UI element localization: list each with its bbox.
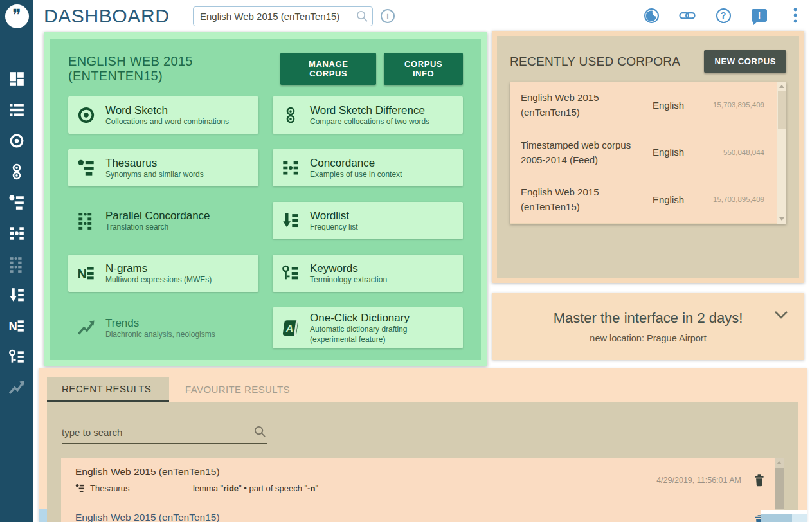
search-icon	[254, 426, 266, 438]
tool-concordance[interactable]: ConcordanceExamples of use in context	[273, 149, 463, 186]
thesaurus-icon	[76, 159, 96, 177]
results-tabbar: RECENT RESULTS FAVOURITE RESULTS	[47, 377, 798, 402]
wordlist-icon	[8, 287, 25, 303]
trends-icon	[76, 319, 96, 337]
scroll-thumb[interactable]	[778, 91, 786, 129]
sidebar-item-thesaurus[interactable]	[8, 194, 25, 211]
svg-text:N: N	[78, 267, 87, 281]
sidebar: ❞ N	[0, 0, 33, 522]
parallel-concordance-icon	[8, 256, 25, 273]
keywords-icon	[280, 264, 301, 282]
scroll-up-icon[interactable]	[779, 85, 784, 88]
header-actions: ? !	[643, 7, 804, 24]
one-click-dictionary-icon: A	[280, 318, 301, 338]
corpora-row[interactable]: Timestamped web corpus 2005-2014 (Feed) …	[510, 129, 786, 177]
new-corpus-button[interactable]: NEW CORPUS	[704, 50, 786, 73]
tool-word-sketch[interactable]: Word SketchCollocations and word combina…	[68, 96, 258, 134]
more-menu-icon[interactable]	[787, 7, 804, 24]
corpus-panel-inner: ENGLISH WEB 2015 (ENTENTEN15) MANAGE COR…	[50, 39, 481, 360]
result-tool-label: Thesaurus	[90, 483, 129, 493]
trash-icon[interactable]	[754, 474, 764, 486]
sidebar-item-parallel-concordance[interactable]	[8, 256, 25, 273]
sidebar-item-trends[interactable]	[8, 379, 25, 396]
corpus-search-input[interactable]	[193, 6, 373, 26]
svg-text:A: A	[285, 323, 294, 334]
word-sketch-difference-icon	[280, 105, 301, 125]
trends-icon	[8, 379, 25, 396]
footer-peek-left	[39, 509, 47, 522]
chevron-down-icon[interactable]	[774, 310, 788, 319]
thesaurus-icon	[75, 483, 85, 493]
sidebar-item-word-sketch-difference[interactable]	[8, 163, 25, 180]
ngrams-icon: N	[8, 318, 25, 334]
result-query: lemma "ride" • part of speech "-n"	[193, 483, 318, 493]
usage-quota-icon[interactable]	[643, 7, 660, 24]
results-search	[62, 424, 267, 444]
corpus-panel: ENGLISH WEB 2015 (ENTENTEN15) MANAGE COR…	[44, 32, 487, 366]
sidebar-item-ngrams[interactable]: N	[8, 318, 25, 334]
sidebar-item-keywords[interactable]	[8, 348, 25, 365]
results-panel: RECENT RESULTS FAVOURITE RESULTS English…	[39, 368, 807, 522]
sidebar-item-dashboard[interactable]	[8, 71, 25, 87]
promo-title: Master the interface in 2 days!	[554, 310, 743, 327]
sidebar-item-corpora[interactable]	[8, 102, 25, 118]
promo-banner[interactable]: Master the interface in 2 days! new loca…	[492, 292, 804, 360]
result-row[interactable]: English Web 2015 (enTenTen15) Thesaurus …	[61, 458, 775, 503]
feedback-icon[interactable]: !	[751, 7, 768, 24]
manage-corpus-button[interactable]: MANAGE CORPUS	[280, 53, 376, 85]
corpora-list: English Web 2015 (enTenTen15) English 15…	[510, 82, 786, 224]
tab-recent-results[interactable]: RECENT RESULTS	[47, 377, 169, 402]
corpus-panel-title: ENGLISH WEB 2015 (ENTENTEN15)	[68, 54, 280, 84]
tool-parallel-concordance[interactable]: Parallel ConcordanceTranslation search	[68, 202, 258, 239]
tool-keywords[interactable]: KeywordsTerminology extraction	[273, 255, 463, 292]
word-sketch-icon	[8, 132, 25, 149]
recent-corpora-title: RECENTLY USED CORPORA	[510, 55, 680, 69]
footer-peek-right	[761, 514, 792, 522]
word-sketch-difference-icon	[8, 163, 25, 180]
results-list: English Web 2015 (enTenTen15) Thesaurus …	[61, 458, 784, 522]
concordance-icon	[8, 225, 25, 242]
sketch-engine-logo[interactable]: ❞	[5, 4, 29, 28]
info-icon[interactable]: i	[381, 9, 395, 23]
result-row[interactable]: English Web 2015 (enTenTen15)	[61, 503, 775, 522]
scroll-thumb[interactable]	[775, 468, 784, 509]
wordlist-icon	[280, 212, 301, 230]
recent-corpora-panel: RECENTLY USED CORPORA NEW CORPUS English…	[492, 31, 804, 283]
scroll-up-icon[interactable]	[777, 461, 782, 464]
tool-wordlist[interactable]: WordlistFrequency list	[273, 202, 463, 239]
tool-thesaurus[interactable]: ThesaurusSynonyms and similar words	[68, 149, 258, 186]
tool-one-click-dictionary[interactable]: A One-Click Dictionary Automatic diction…	[273, 307, 463, 348]
word-sketch-icon	[76, 105, 96, 125]
scroll-down-icon[interactable]	[779, 217, 784, 221]
thesaurus-icon	[8, 194, 25, 211]
corpora-list-icon	[8, 102, 25, 118]
tab-favourite-results[interactable]: FAVOURITE RESULTS	[169, 377, 290, 402]
corpora-row[interactable]: English Web 2015 (enTenTen15) English 15…	[510, 176, 786, 224]
sidebar-item-word-sketch[interactable]	[8, 132, 25, 149]
link-icon[interactable]	[679, 7, 696, 24]
page-title: DASHBOARD	[44, 5, 169, 27]
sidebar-item-wordlist[interactable]	[8, 287, 25, 303]
footer-peek-right-2	[792, 514, 807, 522]
corpora-row[interactable]: English Web 2015 (enTenTen15) English 15…	[510, 82, 786, 129]
corpus-info-button[interactable]: CORPUS INFO	[384, 53, 463, 85]
results-search-input[interactable]	[62, 424, 267, 444]
sidebar-item-concordance[interactable]	[8, 225, 25, 242]
promo-subtitle: new location: Prague Airport	[590, 333, 706, 343]
concordance-icon	[280, 159, 301, 177]
corpus-search	[193, 6, 373, 26]
results-body: English Web 2015 (enTenTen15) Thesaurus …	[47, 402, 798, 522]
tool-ngrams[interactable]: N N-gramsMultiword expressions (MWEs)	[68, 255, 258, 292]
search-icon	[356, 10, 368, 22]
footer-peek-gap	[761, 510, 807, 514]
tools-grid: Word SketchCollocations and word combina…	[68, 96, 463, 348]
tool-trends[interactable]: TrendsDiachronic analysis, neologisms	[68, 307, 258, 348]
help-icon[interactable]: ?	[715, 7, 732, 24]
parallel-concordance-icon	[76, 212, 96, 230]
svg-text:N: N	[9, 320, 17, 333]
sidebar-nav: N	[0, 28, 33, 396]
tool-word-sketch-difference[interactable]: Word Sketch DifferenceCompare collocatio…	[273, 96, 463, 134]
corpora-scrollbar[interactable]	[777, 82, 786, 224]
logo-icon: ❞	[12, 7, 21, 23]
keywords-icon	[8, 348, 25, 365]
